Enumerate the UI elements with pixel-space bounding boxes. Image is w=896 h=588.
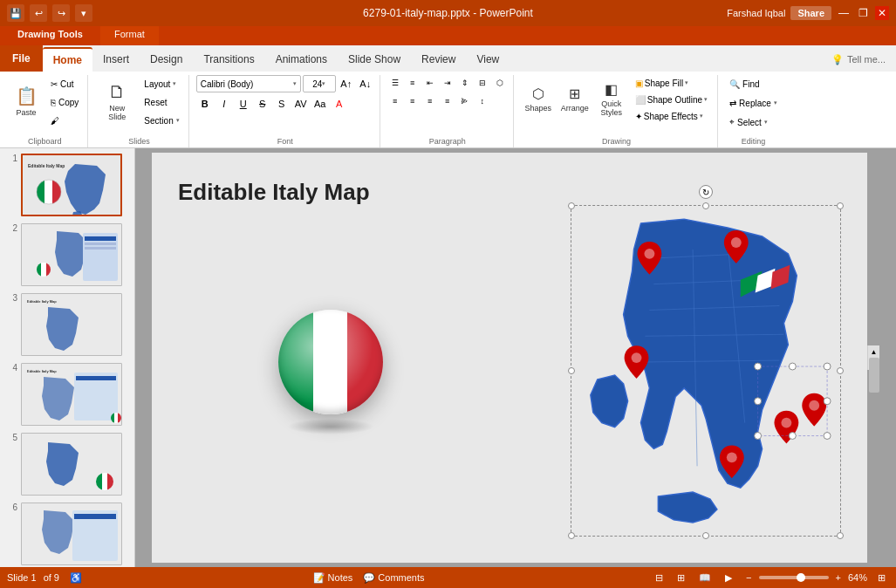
shadow-button[interactable]: S — [273, 95, 291, 113]
insert-tab[interactable]: Insert — [92, 47, 140, 72]
layout-button[interactable]: Layout ▾ — [140, 75, 182, 92]
line-spacing-button[interactable]: ↕ — [475, 93, 490, 109]
font-color-button[interactable]: A — [331, 95, 348, 113]
fit-slide-button[interactable]: ⊞ — [874, 571, 889, 585]
smartart-button[interactable]: ⬡ — [492, 75, 508, 91]
comments-button[interactable]: 💬 Comments — [359, 571, 427, 585]
change-case-button[interactable]: Aa — [311, 95, 329, 113]
align-left-button[interactable]: ≡ — [387, 93, 403, 109]
rotate-handle[interactable]: ↻ — [699, 185, 713, 199]
decrease-indent-button[interactable]: ⇤ — [422, 75, 438, 91]
slide-thumb-4[interactable]: 4 Editable Italy Map — [3, 361, 131, 427]
ribbon: 📋 Paste ✂ Cut ⎘ Copy 🖌 Clipboard 🗋 New S… — [0, 72, 896, 148]
notes-button[interactable]: 📝 Notes — [310, 571, 357, 585]
paste-button[interactable]: 📋 Paste — [7, 75, 45, 127]
reset-button[interactable]: Reset — [140, 93, 182, 111]
customize-qat-button[interactable]: ▾ — [75, 4, 92, 22]
restore-button[interactable]: ❐ — [856, 6, 870, 20]
slide-sorter-button[interactable]: ⊞ — [674, 571, 688, 585]
undo-button[interactable]: ↩ — [30, 4, 47, 22]
columns-button[interactable]: ⫸ — [457, 93, 473, 109]
numbering-button[interactable]: ≡ — [405, 75, 421, 91]
close-button[interactable]: ✕ — [875, 6, 889, 20]
italy-map-group[interactable]: ↻ — [571, 205, 841, 537]
underline-button[interactable]: U — [235, 95, 252, 113]
slide-thumb-5[interactable]: 5 — [3, 431, 131, 497]
align-text-button[interactable]: ⊟ — [475, 75, 490, 91]
bullets-button[interactable]: ☰ — [387, 75, 403, 91]
drawing-tools-label: Drawing Tools — [0, 26, 100, 45]
new-slide-button[interactable]: 🗋 New Slide — [95, 75, 139, 127]
shapes-button[interactable]: ⬡ Shapes — [521, 75, 556, 123]
char-spacing-button[interactable]: AV — [292, 95, 310, 113]
increase-indent-button[interactable]: ⇥ — [440, 75, 455, 91]
vertical-scrollbar[interactable]: ▲ ▼ — [867, 345, 879, 370]
file-tab[interactable]: File — [0, 45, 43, 72]
bold-button[interactable]: B — [196, 95, 214, 113]
review-tab[interactable]: Review — [411, 47, 466, 72]
notes-icon: 📝 — [313, 572, 325, 584]
zoom-out-button[interactable]: − — [742, 571, 755, 584]
italy-flag-orb — [278, 310, 383, 414]
zoom-controls: − + 64% — [742, 571, 867, 584]
format-tab[interactable]: Format — [100, 26, 159, 45]
text-direction-button[interactable]: ⇕ — [457, 75, 473, 91]
slides-group-content: 🗋 New Slide Layout ▾ Reset Section ▾ — [95, 75, 182, 133]
font-group-label: Font — [191, 137, 380, 146]
shapes-arrange-row: ⬡ Shapes ⊞ Arrange ◧ Quick Styles — [521, 75, 629, 123]
shape-outline-button[interactable]: ⬜ Shape Outline ▾ — [631, 92, 712, 107]
slide-thumb-2[interactable]: 2 — [3, 222, 131, 288]
scroll-up-button[interactable]: ▲ — [868, 345, 879, 358]
shape-effects-dropdown-icon: ▾ — [700, 113, 703, 120]
animations-tab[interactable]: Animations — [265, 47, 338, 72]
share-button[interactable]: Share — [790, 6, 831, 20]
minimize-button[interactable]: — — [837, 6, 851, 20]
font-size-selector[interactable]: 24 ▾ — [303, 75, 336, 92]
tell-me-field[interactable]: 💡 Tell me... — [821, 47, 896, 72]
shape-fill-button[interactable]: ▣ Shape Fill ▾ — [631, 75, 712, 91]
justify-button[interactable]: ≡ — [440, 93, 455, 109]
decrease-font-button[interactable]: A↓ — [357, 75, 374, 92]
home-tab[interactable]: Home — [43, 47, 92, 72]
select-button[interactable]: ⌖ Select ▾ — [725, 113, 772, 131]
normal-view-button[interactable]: ⊟ — [652, 571, 667, 585]
slides-group: 🗋 New Slide Layout ▾ Reset Section ▾ Sli… — [90, 75, 188, 147]
font-name-selector[interactable]: Calibri (Body) ▾ — [196, 75, 301, 92]
copy-button[interactable]: ⎘ Copy — [47, 93, 82, 111]
slideshow-tab[interactable]: Slide Show — [338, 47, 411, 72]
arrange-button[interactable]: ⊞ Arrange — [557, 75, 592, 123]
shape-fill-dropdown-icon: ▾ — [685, 79, 688, 86]
transitions-tab[interactable]: Transitions — [193, 47, 264, 72]
svg-text:Editable Italy Map: Editable Italy Map — [27, 299, 57, 304]
cut-button[interactable]: ✂ Cut — [47, 75, 82, 92]
quick-styles-button[interactable]: ◧ Quick Styles — [594, 75, 629, 123]
reading-view-button[interactable]: 📖 — [695, 571, 715, 585]
accessibility-button[interactable]: ♿ — [66, 571, 85, 585]
clipboard-secondary: ✂ Cut ⎘ Copy 🖌 — [47, 75, 82, 129]
replace-button[interactable]: ⇄ Replace ▾ — [725, 94, 782, 112]
align-right-button[interactable]: ≡ — [422, 93, 438, 109]
slideshow-button[interactable]: ▶ — [722, 571, 735, 585]
strikethrough-button[interactable]: S — [254, 95, 271, 113]
scroll-thumb[interactable] — [869, 358, 879, 393]
slide-thumb-6[interactable]: 6 — [3, 501, 131, 567]
redo-button[interactable]: ↪ — [52, 4, 70, 22]
format-painter-button[interactable]: 🖌 — [47, 112, 82, 129]
slide-canvas[interactable]: Editable Italy Map ↻ — [152, 153, 867, 563]
normal-view-icon: ⊟ — [655, 572, 663, 584]
increase-font-button[interactable]: A↑ — [338, 75, 355, 92]
design-tab[interactable]: Design — [140, 47, 193, 72]
zoom-slider[interactable] — [759, 576, 829, 579]
view-tab[interactable]: View — [466, 47, 510, 72]
shape-effects-button[interactable]: ✦ Shape Effects ▾ — [631, 108, 712, 124]
align-center-button[interactable]: ≡ — [405, 93, 421, 109]
zoom-in-button[interactable]: + — [832, 571, 845, 584]
slide-2-thumbnail-svg — [22, 224, 122, 286]
italic-button[interactable]: I — [215, 95, 233, 113]
list-buttons-row: ☰ ≡ ⇤ ⇥ ⇕ ⊟ ⬡ — [387, 75, 508, 91]
slide-thumb-3[interactable]: 3 Editable Italy Map — [3, 291, 131, 358]
find-button[interactable]: 🔍 Find — [725, 75, 763, 92]
slide-thumb-1[interactable]: 1 Editable Italy Map — [3, 152, 131, 218]
section-button[interactable]: Section ▾ — [140, 112, 182, 129]
save-button[interactable]: 💾 — [7, 4, 24, 22]
